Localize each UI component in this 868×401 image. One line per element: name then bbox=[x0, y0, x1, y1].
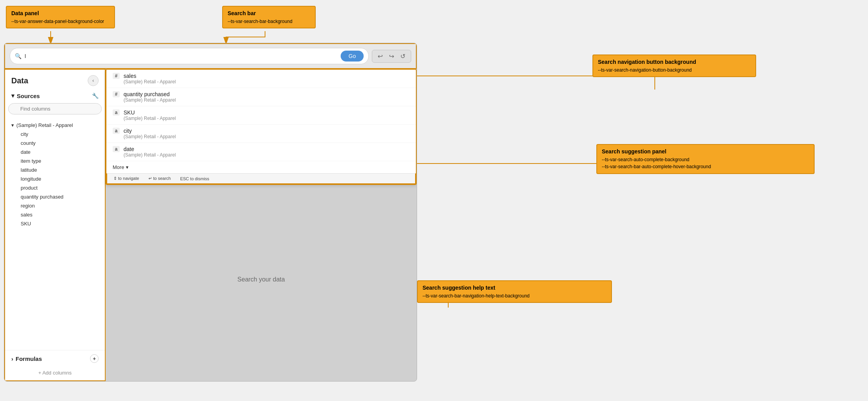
more-label: More bbox=[113, 164, 124, 170]
search-icon: 🔍 bbox=[15, 53, 21, 59]
search-input[interactable] bbox=[25, 53, 338, 59]
annotation-data-panel: Data panel --ts-var-answer-data-panel-ba… bbox=[6, 6, 115, 28]
item-name-date: date bbox=[124, 146, 134, 152]
more-chevron-icon: ▾ bbox=[126, 164, 129, 170]
main-content: Data ‹ ▾ Sources 🔧 🔍 ▾ bbox=[4, 69, 417, 381]
item-source-sales: (Sample) Retail - Apparel bbox=[124, 79, 410, 84]
retail-chevron-icon: ▾ bbox=[11, 122, 14, 128]
annotation-search-nav-var: --ts-var-search-navigation-button-backgr… bbox=[598, 67, 751, 74]
formulas-section: › Formulas + bbox=[5, 350, 105, 367]
formulas-chevron-icon: › bbox=[11, 355, 13, 362]
autocomplete-item-sku[interactable]: a SKU (Sample) Retail - Apparel bbox=[106, 106, 416, 125]
item-source-quantity: (Sample) Retail - Apparel bbox=[124, 97, 410, 103]
column-item[interactable]: SKU bbox=[18, 219, 102, 228]
item-source-city: (Sample) Retail - Apparel bbox=[124, 134, 410, 139]
column-item[interactable]: date bbox=[18, 148, 102, 157]
data-panel: Data ‹ ▾ Sources 🔧 🔍 ▾ bbox=[4, 69, 106, 381]
item-source-sku: (Sample) Retail - Apparel bbox=[124, 116, 410, 121]
column-item[interactable]: longitude bbox=[18, 174, 102, 183]
annotation-search-suggestion-panel: Search suggestion panel --ts-var-search-… bbox=[596, 144, 815, 174]
help-navigate: ⇕ to navigate bbox=[113, 176, 139, 181]
annotation-search-bar-var: --ts-var-search-bar-background bbox=[228, 18, 310, 25]
nav-back-button[interactable]: ↩ bbox=[375, 52, 385, 61]
type-badge-hash: # bbox=[113, 73, 120, 79]
dismiss-key: ESC to dismiss bbox=[180, 176, 209, 181]
column-list: city county date item type latitude long… bbox=[8, 130, 102, 228]
autocomplete-item-date[interactable]: a date (Sample) Retail - Apparel bbox=[106, 143, 416, 161]
navigate-key: ⇕ to navigate bbox=[113, 176, 139, 181]
search-key: ↵ to search bbox=[148, 176, 171, 181]
annotation-search-bar-title: Search bar bbox=[228, 10, 256, 16]
column-item[interactable]: latitude bbox=[18, 165, 102, 174]
annotation-data-panel-title: Data panel bbox=[11, 10, 39, 16]
item-name-quantity: quantity purchased bbox=[124, 91, 170, 97]
nav-refresh-button[interactable]: ↺ bbox=[398, 52, 408, 61]
column-item[interactable]: sales bbox=[18, 210, 102, 219]
help-search: ↵ to search bbox=[148, 176, 171, 181]
annotation-search-bar: Search bar --ts-var-search-bar-backgroun… bbox=[222, 6, 316, 28]
sources-label[interactable]: ▾ Sources bbox=[11, 92, 40, 99]
annotation-search-suggestion-var2: --ts-var-search-bar-auto-complete-hover-… bbox=[602, 164, 809, 170]
more-button[interactable]: More ▾ bbox=[106, 161, 416, 173]
column-item[interactable]: city bbox=[18, 130, 102, 139]
sources-header: ▾ Sources 🔧 bbox=[8, 90, 102, 102]
search-input-wrapper[interactable]: 🔍 Go bbox=[10, 48, 369, 64]
annotation-search-help-text: Search suggestion help text --ts-var-sea… bbox=[417, 280, 612, 303]
annotation-help-var: --ts-var-search-bar-navigation-help-text… bbox=[423, 293, 606, 299]
autocomplete-panel: # sales (Sample) Retail - Apparel # quan… bbox=[106, 69, 417, 185]
search-placeholder: Search your data bbox=[106, 178, 417, 381]
annotation-help-title: Search suggestion help text bbox=[423, 285, 495, 291]
retail-source-name: (Sample) Retail - Apparel bbox=[16, 122, 73, 128]
add-formula-button[interactable]: + bbox=[90, 354, 99, 363]
find-columns-input[interactable] bbox=[8, 103, 102, 114]
help-dismiss: ESC to dismiss bbox=[180, 176, 209, 181]
autocomplete-item-city[interactable]: a city (Sample) Retail - Apparel bbox=[106, 125, 416, 143]
autocomplete-item-quantity[interactable]: # quantity purchased (Sample) Retail - A… bbox=[106, 88, 416, 106]
formulas-label[interactable]: › Formulas bbox=[11, 355, 42, 362]
item-name-city: city bbox=[124, 128, 132, 134]
nav-forward-button[interactable]: ↪ bbox=[387, 52, 396, 61]
annotation-search-suggestion-var1: --ts-var-search-auto-complete-background bbox=[602, 157, 809, 163]
ui-container: 🔍 Go ↩ ↪ ↺ Data ‹ ▾ Sources 🔧 bbox=[4, 43, 417, 382]
autocomplete-item-sales[interactable]: # sales (Sample) Retail - Apparel bbox=[106, 70, 416, 88]
type-badge-hash2: # bbox=[113, 91, 120, 97]
column-item[interactable]: county bbox=[18, 139, 102, 148]
collapse-button[interactable]: ‹ bbox=[88, 75, 99, 86]
search-bar-area: 🔍 Go ↩ ↪ ↺ bbox=[4, 43, 417, 69]
item-source-date: (Sample) Retail - Apparel bbox=[124, 152, 410, 158]
column-item[interactable]: quantity purchased bbox=[18, 192, 102, 201]
add-columns-footer[interactable]: + Add columns bbox=[5, 367, 105, 380]
retail-section: ▾ (Sample) Retail - Apparel city county … bbox=[5, 121, 105, 228]
sources-chevron-icon: ▾ bbox=[11, 92, 14, 99]
type-badge-a3: a bbox=[113, 146, 120, 152]
column-item[interactable]: product bbox=[18, 183, 102, 192]
item-name-sales: sales bbox=[124, 73, 136, 79]
annotation-search-nav-button: Search navigation button background --ts… bbox=[592, 55, 756, 77]
annotation-search-suggestion-title: Search suggestion panel bbox=[602, 148, 666, 155]
item-name-sku: SKU bbox=[124, 109, 135, 116]
type-badge-a1: a bbox=[113, 109, 120, 116]
annotation-search-nav-title: Search navigation button background bbox=[598, 59, 696, 65]
wrench-icon[interactable]: 🔧 bbox=[92, 93, 99, 99]
go-button[interactable]: Go bbox=[341, 51, 364, 62]
sources-section: ▾ Sources 🔧 🔍 bbox=[5, 90, 105, 121]
help-bar: ⇕ to navigate ↵ to search ESC to dismiss bbox=[106, 173, 416, 184]
data-panel-header: Data ‹ bbox=[5, 70, 105, 90]
column-item[interactable]: region bbox=[18, 201, 102, 210]
retail-source-header[interactable]: ▾ (Sample) Retail - Apparel bbox=[8, 121, 102, 130]
data-panel-title: Data bbox=[11, 76, 28, 85]
sources-text: Sources bbox=[17, 93, 40, 99]
annotation-data-panel-var: --ts-var-answer-data-panel-background-co… bbox=[11, 18, 110, 25]
find-columns-wrapper: 🔍 bbox=[8, 102, 102, 118]
search-content: # sales (Sample) Retail - Apparel # quan… bbox=[106, 69, 417, 381]
formulas-text: Formulas bbox=[16, 355, 42, 362]
column-item[interactable]: item type bbox=[18, 157, 102, 165]
type-badge-a2: a bbox=[113, 128, 120, 134]
nav-buttons: ↩ ↪ ↺ bbox=[372, 50, 411, 63]
